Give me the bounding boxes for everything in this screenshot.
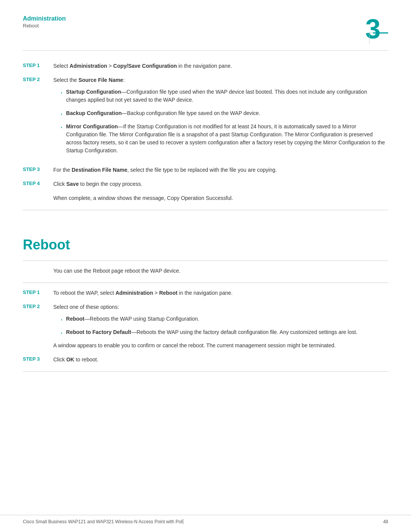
reboot-window-note: A window appears to enable you to confir… [53, 342, 388, 350]
bullet-startup-text: Startup Configuration—Configuration file… [66, 88, 388, 104]
reboot-title: Reboot [23, 237, 388, 253]
step-1-bold1: Administration [70, 63, 107, 69]
reboot-step-1-label: STEP 1 [23, 289, 53, 295]
breadcrumb-title: Administration [23, 15, 66, 22]
bullet-backup: ▪ Backup Configuration—Backup configurat… [61, 109, 388, 117]
reboot-top-divider [23, 260, 388, 261]
step-4-text2: to begin the copy process. [79, 181, 142, 187]
reboot-bullet-2-bold: Reboot to Factory Default [66, 329, 131, 335]
step-3-content: For the Destination File Name, select th… [53, 166, 388, 174]
reboot-step-1-content: To reboot the WAP, select Administration… [53, 289, 388, 297]
reboot-intro-divider [23, 283, 388, 283]
reboot-step-3-row: STEP 3 Click OK to reboot. [23, 356, 388, 364]
step-1-content: Select Administration > Copy/Save Config… [53, 62, 388, 70]
reboot-step-2-content: Select one of these options: ▪ Reboot—Re… [53, 303, 388, 350]
step-1-label: STEP 1 [23, 62, 53, 68]
reboot-intro: You can use the Reboot page reboot the W… [53, 267, 388, 275]
footer-text: Cisco Small Business WAP121 and WAP321 W… [23, 519, 184, 524]
reboot-bullet-2-desc: —Reboots the WAP using the factory defau… [131, 329, 358, 335]
reboot-step-2-text: Select one of these options: [53, 304, 119, 310]
step-2-content: Select the Source File Name: ▪ Startup C… [53, 76, 388, 160]
step-1-bold2: Copy/Save Configuration [113, 63, 177, 69]
reboot-bottom-divider [23, 371, 388, 372]
completion-note: When complete, a window shows the messag… [53, 194, 388, 202]
bullet-dot-3: ▪ [61, 125, 62, 130]
reboot-step-1-text2: in the navigation pane. [177, 290, 233, 296]
main-content: STEP 1 Select Administration > Copy/Save… [0, 51, 411, 229]
step-4-bold: Save [66, 181, 79, 187]
step-3-label: STEP 3 [23, 166, 53, 172]
step-4-content: Click Save to begin the copy process. [53, 180, 388, 188]
breadcrumb-subtitle: Reboot [23, 23, 66, 29]
reboot-bullet-2-text: Reboot to Factory Default—Reboots the WA… [66, 328, 388, 336]
step-1-row: STEP 1 Select Administration > Copy/Save… [23, 62, 388, 70]
reboot-step-3-label: STEP 3 [23, 356, 53, 362]
reboot-section: Reboot You can use the Reboot page reboo… [0, 229, 411, 391]
bullet-backup-desc: —Backup configuration file type saved on… [122, 110, 260, 116]
source-file-list: ▪ Startup Configuration—Configuration fi… [61, 88, 388, 155]
reboot-step-1-row: STEP 1 To reboot the WAP, select Adminis… [23, 289, 388, 297]
reboot-bullet-dot-2: ▪ [61, 330, 62, 336]
bullet-dot-2: ▪ [61, 111, 62, 117]
step-3-bold: Destination File Name [72, 167, 127, 173]
bullet-startup-bold: Startup Configuration [66, 89, 121, 95]
bullet-mirror-bold: Mirror Configuration [66, 123, 118, 129]
step-4-label: STEP 4 [23, 180, 53, 186]
footer-page-number: 48 [383, 519, 388, 524]
reboot-options-list: ▪ Reboot—Reboots the WAP using Startup C… [61, 315, 388, 336]
reboot-bullet-1-text: Reboot—Reboots the WAP using Startup Con… [66, 315, 388, 323]
bullet-backup-text: Backup Configuration—Backup configuratio… [66, 109, 388, 117]
step-2-label: STEP 2 [23, 76, 53, 82]
reboot-bullet-1-bold: Reboot [66, 316, 84, 322]
reboot-bullet-2: ▪ Reboot to Factory Default—Reboots the … [61, 328, 388, 336]
bullet-dot-1: ▪ [61, 90, 62, 96]
reboot-bullet-dot-1: ▪ [61, 317, 62, 323]
reboot-bullet-1: ▪ Reboot—Reboots the WAP using Startup C… [61, 315, 388, 323]
reboot-step-1-bold2: Reboot [159, 290, 177, 296]
step-3-text2: , select the file type to be replaced wi… [127, 167, 277, 173]
reboot-step-2-label: STEP 2 [23, 303, 53, 309]
step-3-row: STEP 3 For the Destination File Name, se… [23, 166, 388, 174]
bullet-backup-bold: Backup Configuration [66, 110, 122, 116]
reboot-step-2-row: STEP 2 Select one of these options: ▪ Re… [23, 303, 388, 350]
bullet-mirror: ▪ Mirror Configuration—If the Startup Co… [61, 123, 388, 155]
reboot-bullet-1-desc: —Reboots the WAP using Startup Configura… [84, 316, 199, 322]
chapter-decoration-box [369, 32, 388, 44]
reboot-step-3-text2: to reboot. [74, 356, 98, 363]
section-divider-1 [23, 210, 388, 210]
step-2-bold: Source File Name [78, 77, 123, 83]
reboot-step-3-bold: OK [66, 356, 74, 363]
reboot-step-1-bold1: Administration [115, 290, 153, 296]
reboot-step-3-content: Click OK to reboot. [53, 356, 388, 364]
bullet-mirror-text: Mirror Configuration—If the Startup Conf… [66, 123, 388, 155]
bullet-startup: ▪ Startup Configuration—Configuration fi… [61, 88, 388, 104]
page-footer: Cisco Small Business WAP121 and WAP321 W… [0, 515, 411, 524]
step-2-row: STEP 2 Select the Source File Name: ▪ St… [23, 76, 388, 160]
step-4-row: STEP 4 Click Save to begin the copy proc… [23, 180, 388, 188]
step-1-text2: in the navigation pane. [177, 63, 232, 69]
